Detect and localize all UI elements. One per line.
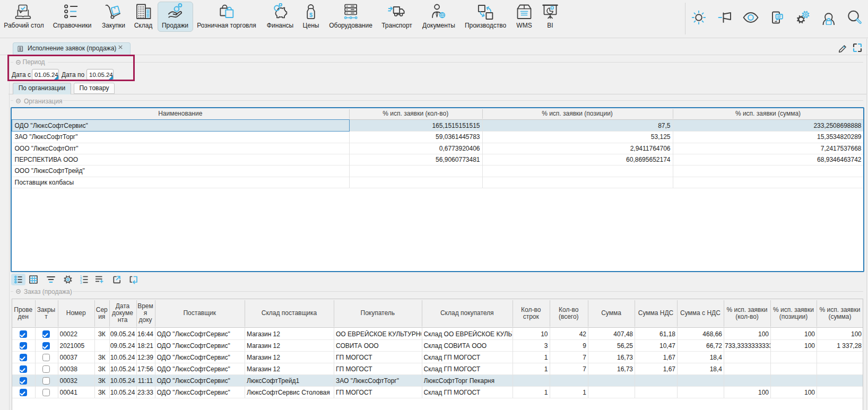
svg-text:3: 3 xyxy=(80,281,82,284)
svg-text:$: $ xyxy=(309,12,313,18)
